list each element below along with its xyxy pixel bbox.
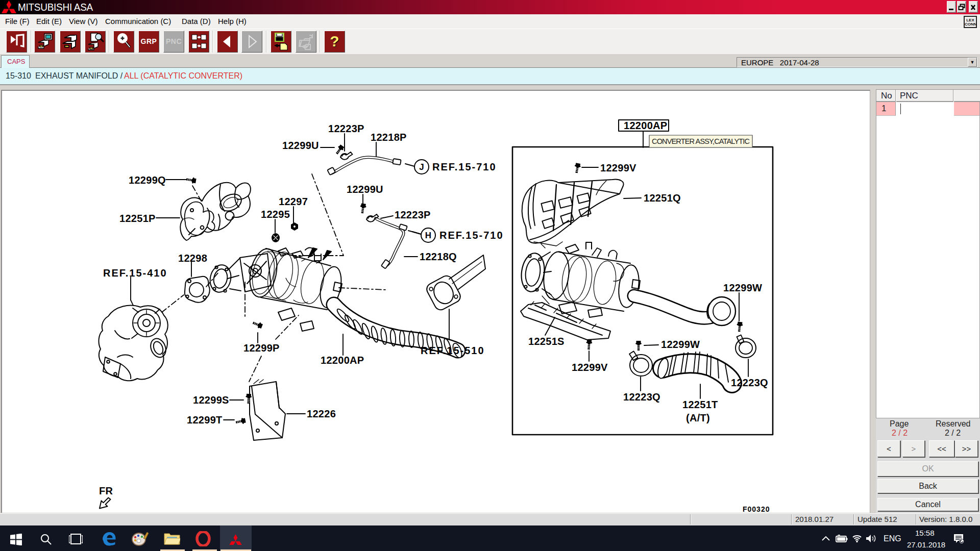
svg-text:F00320: F00320 xyxy=(743,505,770,513)
svg-text:12200AP: 12200AP xyxy=(624,120,668,131)
svg-text:CONVERTER ASSY,CATALYTIC: CONVERTER ASSY,CATALYTIC xyxy=(652,137,750,145)
svg-text:12223P: 12223P xyxy=(328,123,364,134)
svg-text:12299V: 12299V xyxy=(600,162,636,173)
svg-text:12299U: 12299U xyxy=(282,140,319,151)
svg-text:12218P: 12218P xyxy=(371,132,407,143)
svg-text:12299W: 12299W xyxy=(723,282,762,293)
svg-text:REF.15-710: REF.15-710 xyxy=(432,161,497,172)
svg-text:12299T: 12299T xyxy=(187,414,223,425)
svg-text:12218Q: 12218Q xyxy=(420,251,457,262)
svg-text:12299U: 12299U xyxy=(347,184,383,195)
svg-text:12223Q: 12223Q xyxy=(731,377,768,388)
svg-text:12223Q: 12223Q xyxy=(623,391,660,403)
svg-text:FR: FR xyxy=(99,485,113,496)
svg-text:REF.15-510: REF.15-510 xyxy=(421,345,485,356)
svg-text:12299V: 12299V xyxy=(572,362,608,373)
svg-text:12251P: 12251P xyxy=(119,213,156,224)
svg-text:12299S: 12299S xyxy=(193,394,229,406)
svg-text:(A/T): (A/T) xyxy=(686,412,710,423)
svg-text:12251Q: 12251Q xyxy=(644,192,681,204)
svg-text:12299Q: 12299Q xyxy=(129,174,166,186)
svg-text:12226: 12226 xyxy=(307,408,336,419)
svg-text:12251S: 12251S xyxy=(528,336,565,347)
svg-text:REF.15-710: REF.15-710 xyxy=(439,230,504,241)
svg-text:12298: 12298 xyxy=(178,253,207,264)
svg-text:12251T: 12251T xyxy=(682,399,718,410)
svg-text:12295: 12295 xyxy=(261,209,290,220)
svg-text:J: J xyxy=(419,162,424,172)
svg-text:12223P: 12223P xyxy=(395,209,431,220)
svg-text:H: H xyxy=(425,231,431,240)
svg-text:12299P: 12299P xyxy=(243,342,280,354)
svg-text:REF.15-410: REF.15-410 xyxy=(103,267,167,279)
svg-text:12299W: 12299W xyxy=(661,339,700,350)
svg-text:12297: 12297 xyxy=(279,196,308,207)
svg-text:12200AP: 12200AP xyxy=(321,355,364,366)
